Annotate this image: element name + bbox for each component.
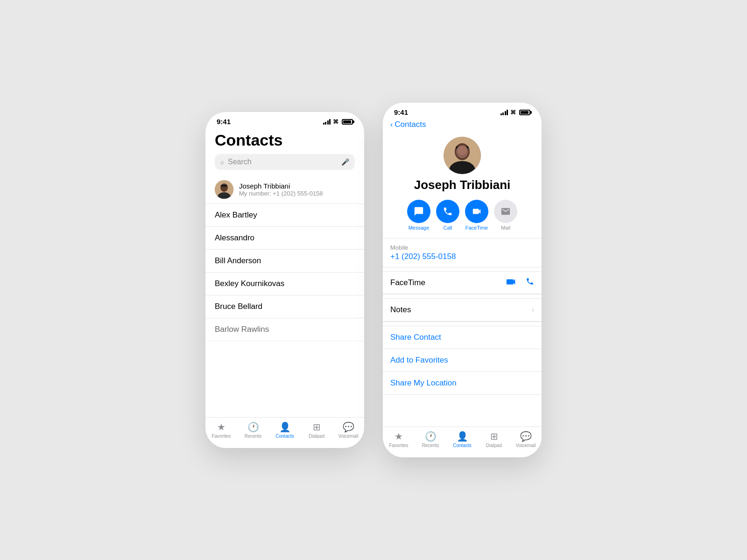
tab-dialpad-right[interactable]: ⊞ Dialpad [478, 431, 510, 448]
tab-favorites-label: Favorites [211, 434, 231, 439]
mobile-number: +1 (202) 555-0158 [390, 252, 534, 261]
contact-name: Joseph Tribbiani [414, 178, 511, 192]
wifi-icon: ⌘ [333, 119, 338, 125]
contacts-header: Contacts ⌕ Search 🎤 [205, 127, 364, 175]
tab-contacts[interactable]: 👤 Contacts [269, 421, 301, 439]
time-right: 9:41 [394, 108, 408, 116]
contacts-icon: 👤 [457, 431, 468, 442]
facetime-row-label: FaceTime [390, 278, 425, 287]
wifi-icon: ⌘ [510, 109, 516, 116]
list-item[interactable]: Bill Anderson [205, 250, 364, 273]
contacts-icon: 👤 [279, 421, 291, 433]
facetime-label: FaceTime [465, 225, 488, 231]
favorites-icon: ★ [395, 431, 403, 442]
facetime-icon-circle [465, 200, 488, 223]
svg-point-1 [220, 183, 228, 192]
recents-icon: 🕐 [247, 421, 259, 433]
message-label: Message [409, 225, 430, 231]
avatar-image [215, 180, 233, 199]
facetime-phone-icon[interactable] [526, 277, 534, 288]
tab-voicemail-label: Voicemail [516, 443, 536, 448]
time-left: 9:41 [217, 118, 231, 126]
svg-point-9 [458, 146, 467, 155]
tab-favorites-right[interactable]: ★ Favorites [383, 431, 415, 448]
status-icons-right: ⌘ [500, 109, 531, 116]
status-bar-left: 9:41 ⌘ [205, 112, 364, 127]
tab-voicemail-right[interactable]: 💬 Voicemail [510, 431, 542, 448]
back-chevron-icon: ‹ [390, 120, 393, 129]
mail-icon-circle [494, 200, 517, 223]
mobile-info-section: Mobile +1 (202) 555-0158 [383, 238, 542, 267]
tab-voicemail-label: Voicemail [338, 434, 359, 439]
call-button[interactable]: Call [436, 200, 459, 231]
list-item[interactable]: Bexley Kournikovas [205, 273, 364, 295]
contact-detail-header: Joseph Tribbiani [383, 133, 542, 200]
dialpad-icon: ⊞ [313, 421, 321, 433]
favorites-icon: ★ [217, 421, 226, 433]
message-icon-circle [407, 200, 430, 223]
action-buttons: Message Call FaceTime Mail [383, 200, 542, 238]
status-icons-left: ⌘ [323, 119, 353, 125]
avatar [215, 180, 233, 199]
share-contact-button[interactable]: Share Contact [383, 326, 542, 349]
tab-favorites[interactable]: ★ Favorites [205, 421, 237, 439]
mail-button[interactable]: Mail [494, 200, 517, 231]
contact-avatar [444, 137, 481, 174]
tab-dialpad[interactable]: ⊞ Dialpad [301, 421, 332, 439]
tab-dialpad-label: Dialpad [309, 434, 324, 439]
list-item[interactable]: Bruce Bellard [205, 295, 364, 318]
notes-row[interactable]: Notes › [383, 299, 542, 322]
add-to-favorites-button[interactable]: Add to Favorites [383, 349, 542, 372]
phones-container: 9:41 ⌘ Contacts ⌕ Search 🎤 [205, 103, 542, 457]
facetime-row[interactable]: FaceTime [383, 272, 542, 294]
tab-contacts-label: Contacts [453, 443, 471, 448]
signal-icon [500, 110, 508, 115]
back-label: Contacts [395, 120, 426, 129]
back-navigation[interactable]: ‹ Contacts [383, 118, 542, 133]
contacts-list-phone: 9:41 ⌘ Contacts ⌕ Search 🎤 [205, 112, 364, 448]
dialpad-icon: ⊞ [490, 431, 498, 442]
facetime-button[interactable]: FaceTime [465, 200, 488, 231]
status-bar-right: 9:41 ⌘ [383, 103, 542, 118]
tab-contacts-right[interactable]: 👤 Contacts [446, 431, 478, 448]
search-bar[interactable]: ⌕ Search 🎤 [215, 154, 355, 170]
recents-icon: 🕐 [425, 431, 437, 442]
tab-bar-left: ★ Favorites 🕐 Recents 👤 Contacts ⊞ Dialp… [205, 417, 364, 448]
search-placeholder: Search [228, 158, 338, 166]
my-card-name: Joseph Tribbiani [239, 182, 355, 190]
tab-favorites-label: Favorites [389, 443, 408, 448]
tab-voicemail[interactable]: 💬 Voicemail [332, 421, 364, 439]
tab-recents-label: Recents [422, 443, 439, 448]
voicemail-icon: 💬 [343, 421, 354, 433]
svg-rect-3 [221, 185, 227, 187]
tab-recents-label: Recents [245, 434, 262, 439]
contacts-title: Contacts [215, 131, 355, 149]
facetime-video-icon[interactable] [506, 277, 516, 288]
search-icon: ⌕ [220, 158, 224, 166]
microphone-icon: 🎤 [341, 158, 349, 166]
mobile-row[interactable]: Mobile +1 (202) 555-0158 [383, 238, 542, 267]
avatar-image [444, 137, 481, 174]
chevron-right-icon: › [532, 306, 534, 314]
tab-recents[interactable]: 🕐 Recents [237, 421, 269, 439]
call-icon-circle [436, 200, 459, 223]
contact-detail-phone: 9:41 ⌘ ‹ Contacts [383, 103, 542, 457]
tab-dialpad-label: Dialpad [486, 443, 502, 448]
battery-icon [342, 119, 353, 125]
my-card-info: Joseph Tribbiani My number: +1 (202) 555… [239, 182, 355, 197]
list-item[interactable]: Barlow Rawlins [205, 318, 364, 341]
voicemail-icon: 💬 [520, 431, 532, 442]
facetime-action-icons [506, 277, 534, 288]
list-item[interactable]: Alex Bartley [205, 204, 364, 227]
notes-label: Notes [390, 305, 411, 315]
share-location-button[interactable]: Share My Location [383, 372, 542, 394]
tab-recents-right[interactable]: 🕐 Recents [415, 431, 446, 448]
battery-icon [519, 110, 530, 115]
message-button[interactable]: Message [407, 200, 430, 231]
tab-bar-right: ★ Favorites 🕐 Recents 👤 Contacts ⊞ Dialp… [383, 427, 542, 457]
action-rows: Share Contact Add to Favorites Share My … [383, 326, 542, 395]
my-card[interactable]: Joseph Tribbiani My number: +1 (202) 555… [205, 175, 364, 204]
list-item[interactable]: Alessandro [205, 227, 364, 250]
mail-label: Mail [501, 225, 510, 231]
contacts-list: Alex Bartley Alessandro Bill Anderson Be… [205, 204, 364, 341]
